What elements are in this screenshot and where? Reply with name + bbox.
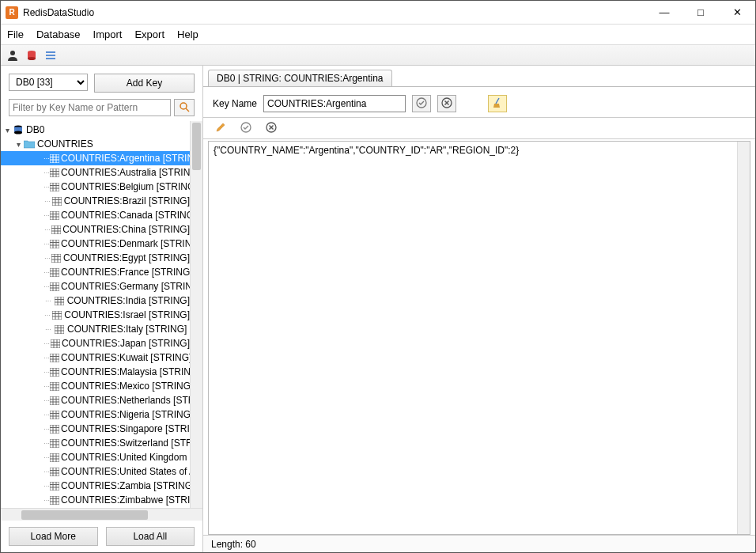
value-vertical-scrollbar[interactable] <box>737 142 750 534</box>
tree-folder-countries[interactable]: ▾ COUNTRIES <box>1 137 190 151</box>
svg-rect-37 <box>51 225 61 234</box>
tree-key-item[interactable]: ⋯COUNTRIES:Singapore [STRING] <box>1 422 190 436</box>
tree-connector-icon: ⋯ <box>43 169 50 176</box>
grid-icon <box>51 309 62 320</box>
search-icon <box>179 101 190 115</box>
menu-export[interactable]: Export <box>134 28 164 40</box>
tree-key-item[interactable]: ⋯COUNTRIES:Denmark [STRING] <box>1 237 190 251</box>
key-name-input[interactable] <box>263 95 406 112</box>
tree-key-item[interactable]: ⋯COUNTRIES:China [STRING] <box>1 222 190 237</box>
db-selector[interactable]: DB0 [33] <box>9 74 88 91</box>
cancel-value-button[interactable] <box>262 119 281 137</box>
svg-rect-22 <box>50 183 59 191</box>
delete-key-button[interactable] <box>437 95 456 112</box>
svg-rect-102 <box>50 411 59 419</box>
svg-point-137 <box>417 98 426 108</box>
tree-connector-icon: ⋯ <box>43 326 53 333</box>
grid-icon <box>50 181 59 192</box>
svg-point-11 <box>14 131 22 134</box>
tree-key-item[interactable]: ⋯COUNTRIES:Kuwait [STRING] <box>1 350 190 365</box>
grid-icon <box>50 210 59 221</box>
collapse-icon[interactable]: ▾ <box>13 140 23 149</box>
svg-rect-72 <box>55 325 64 334</box>
svg-rect-82 <box>50 354 59 362</box>
maximize-button[interactable]: □ <box>682 1 719 25</box>
menu-import[interactable]: Import <box>93 28 123 40</box>
tree-root-label: DB0 <box>26 124 44 135</box>
tree-connector-icon: ⋯ <box>43 255 51 262</box>
list-icon[interactable] <box>43 48 58 62</box>
add-key-button[interactable]: Add Key <box>94 74 195 93</box>
tree-key-item[interactable]: ⋯COUNTRIES:United States of America [STR… <box>1 464 190 479</box>
grid-icon <box>50 466 59 477</box>
tree-connector-icon: ⋯ <box>43 269 50 276</box>
body: DB0 [33] Add Key ▾ DB0 ▾ <box>1 66 755 552</box>
tree-key-item[interactable]: ⋯COUNTRIES:Zambia [STRING] <box>1 479 190 493</box>
tree-key-item[interactable]: ⋯COUNTRIES:France [STRING] <box>1 265 190 279</box>
svg-point-0 <box>10 51 15 55</box>
grid-icon <box>50 167 59 178</box>
tree-key-item[interactable]: ⋯COUNTRIES:Netherlands [STRING] <box>1 393 190 407</box>
tree-connector-icon: ⋯ <box>43 312 51 319</box>
scrollbar-thumb[interactable] <box>21 510 148 520</box>
tree-key-item[interactable]: ⋯COUNTRIES:Mexico [STRING] <box>1 379 190 393</box>
tree-vertical-scrollbar[interactable] <box>190 121 202 508</box>
tree-key-item[interactable]: ⋯COUNTRIES:Brazil [STRING] <box>1 194 190 208</box>
svg-rect-12 <box>50 154 59 163</box>
svg-rect-112 <box>50 439 59 448</box>
svg-point-7 <box>180 103 187 109</box>
check-circle-icon <box>416 97 427 111</box>
tree-container: ▾ DB0 ▾ COUNTRIES ⋯COUNTRIES:Argentina [… <box>1 121 202 508</box>
tree-key-item[interactable]: ⋯COUNTRIES:Nigeria [STRING] <box>1 407 190 422</box>
tree-key-item[interactable]: ⋯COUNTRIES:Italy [STRING] <box>1 322 190 336</box>
tree-key-label: COUNTRIES:Malaysia [STRING] <box>61 366 190 377</box>
tree-key-item[interactable]: ⋯COUNTRIES:Israel [STRING] <box>1 308 190 322</box>
tree-key-item[interactable]: ⋯COUNTRIES:India [STRING] <box>1 294 190 308</box>
tree-root-db[interactable]: ▾ DB0 <box>1 123 190 137</box>
filter-search-button[interactable] <box>174 99 195 116</box>
tree-key-label: COUNTRIES:Germany [STRING] <box>61 281 190 292</box>
grid-icon <box>50 153 59 164</box>
sidebar: DB0 [33] Add Key ▾ DB0 ▾ <box>1 66 203 552</box>
tree-connector-icon: ⋯ <box>43 369 50 376</box>
tree-key-item[interactable]: ⋯COUNTRIES:Germany [STRING] <box>1 279 190 294</box>
apply-keyname-button[interactable] <box>412 95 431 112</box>
edit-value-button[interactable] <box>211 119 230 137</box>
tree-horizontal-scrollbar[interactable] <box>1 508 202 521</box>
tab-active[interactable]: DB0 | STRING: COUNTRIES:Argentina <box>208 70 392 86</box>
minimize-button[interactable]: ― <box>646 1 682 25</box>
apply-value-button[interactable] <box>236 119 255 137</box>
status-length: Length: 60 <box>211 539 256 550</box>
key-tree[interactable]: ▾ DB0 ▾ COUNTRIES ⋯COUNTRIES:Argentina [… <box>1 121 190 508</box>
scrollbar-thumb[interactable] <box>192 123 201 170</box>
svg-rect-4 <box>46 51 55 53</box>
tree-key-item[interactable]: ⋯COUNTRIES:Zimbabwe [STRING] <box>1 493 190 507</box>
tree-key-item[interactable]: ⋯COUNTRIES:Belgium [STRING] <box>1 180 190 194</box>
tree-key-item[interactable]: ⋯COUNTRIES:Switzerland [STRING] <box>1 436 190 450</box>
filter-input[interactable] <box>9 99 171 116</box>
user-icon[interactable] <box>6 48 20 62</box>
collapse-icon[interactable]: ▾ <box>2 126 12 134</box>
tree-key-item[interactable]: ⋯COUNTRIES:Australia [STRING] <box>1 165 190 180</box>
clean-key-button[interactable] <box>488 95 507 112</box>
tree-key-item[interactable]: ⋯COUNTRIES:Malaysia [STRING] <box>1 365 190 379</box>
grid-icon <box>50 395 59 406</box>
load-more-button[interactable]: Load More <box>9 527 98 546</box>
tree-key-item[interactable]: ⋯COUNTRIES:Egypt [STRING] <box>1 251 190 265</box>
tree-key-item[interactable]: ⋯COUNTRIES:United Kingdom [STRING] <box>1 450 190 464</box>
svg-rect-27 <box>52 197 62 206</box>
db-config-icon[interactable] <box>25 48 39 62</box>
menu-file[interactable]: File <box>7 28 24 40</box>
menu-database[interactable]: Database <box>36 28 81 40</box>
value-textarea[interactable] <box>209 142 737 534</box>
tree-key-item[interactable]: ⋯COUNTRIES:Canada [STRING] <box>1 208 190 222</box>
close-button[interactable]: ✕ <box>719 1 755 25</box>
grid-icon <box>50 352 59 363</box>
menu-help[interactable]: Help <box>177 28 198 40</box>
tree-key-item[interactable]: ⋯COUNTRIES:Argentina [STRING] <box>1 151 190 165</box>
filter-row <box>1 96 202 121</box>
window-title: RedisDataStudio <box>23 7 646 18</box>
load-all-button[interactable]: Load All <box>106 527 195 546</box>
tree-key-item[interactable]: ⋯COUNTRIES:Japan [STRING] <box>1 336 190 350</box>
x-circle-icon <box>441 97 452 111</box>
